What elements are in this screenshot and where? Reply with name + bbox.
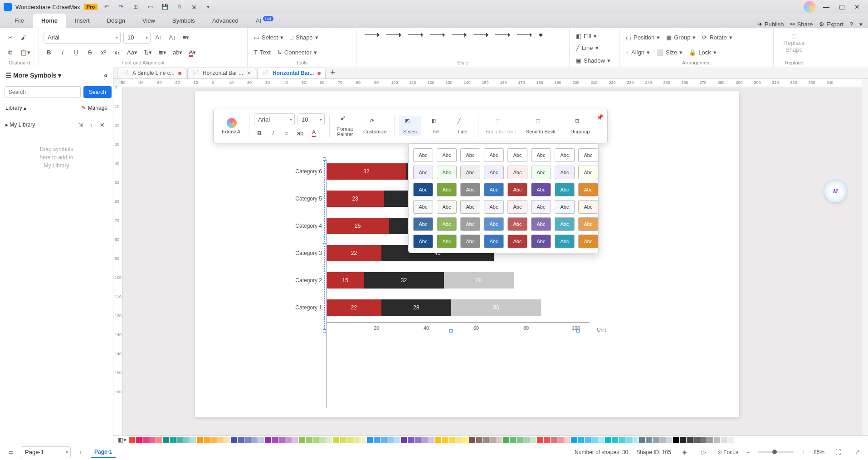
color-swatch[interactable] <box>585 437 591 443</box>
style-swatch[interactable]: Abc <box>484 183 504 196</box>
tab-ai[interactable]: AIhot <box>248 14 282 28</box>
color-swatch[interactable] <box>421 437 428 443</box>
tab-insert[interactable]: Insert <box>67 14 98 28</box>
color-swatch[interactable] <box>483 437 489 443</box>
menu-dropdown-button[interactable]: ▾ <box>859 21 863 28</box>
color-swatch[interactable] <box>387 437 394 443</box>
export-button[interactable]: ⚙ Export <box>819 21 844 28</box>
style-swatch[interactable]: Abc <box>507 148 527 162</box>
float-ungroup-button[interactable]: ⊞Ungroup <box>568 116 592 136</box>
color-swatch[interactable] <box>224 437 230 443</box>
symbol-search-input[interactable] <box>5 86 81 98</box>
style-swatch[interactable]: Abc <box>484 166 504 179</box>
color-swatch[interactable] <box>374 437 380 443</box>
minimize-button[interactable]: — <box>819 3 834 10</box>
color-swatch[interactable] <box>578 437 584 443</box>
color-swatch[interactable] <box>489 437 496 443</box>
float-highlight-button[interactable]: ab <box>295 127 306 139</box>
font-size-combo[interactable]: 10 <box>123 32 151 44</box>
color-swatch[interactable] <box>346 437 353 443</box>
font-grow-button[interactable]: A↑ <box>153 32 164 44</box>
color-swatch[interactable] <box>231 437 237 443</box>
font-shrink-button[interactable]: A↓ <box>167 32 178 44</box>
color-swatch[interactable] <box>360 437 366 443</box>
style-swatch[interactable]: Abc <box>437 183 457 196</box>
style-swatch[interactable]: Abc <box>413 183 433 196</box>
page-list-button[interactable]: ▭ <box>5 446 16 458</box>
color-swatch[interactable] <box>653 437 659 443</box>
color-swatch[interactable] <box>557 437 564 443</box>
paste-button[interactable]: 📋▾ <box>18 47 32 59</box>
play-button[interactable]: ▷ <box>698 446 709 458</box>
align-button[interactable]: ≡▾ <box>180 32 191 44</box>
color-swatch[interactable] <box>353 437 360 443</box>
color-swatch[interactable] <box>394 437 400 443</box>
style-swatch[interactable]: Abc <box>484 148 504 162</box>
style-swatch[interactable]: Abc <box>531 217 551 231</box>
line-button[interactable]: ╱ Line ▾ <box>574 42 600 54</box>
color-swatch[interactable] <box>714 437 720 443</box>
new-button[interactable]: ⊞ <box>130 1 141 12</box>
color-swatch[interactable] <box>278 437 285 443</box>
color-swatch[interactable] <box>625 437 632 443</box>
tab-file[interactable]: File <box>6 14 32 28</box>
tab-design[interactable]: Design <box>99 14 133 28</box>
color-swatch[interactable] <box>285 437 292 443</box>
color-swatch[interactable] <box>598 437 605 443</box>
style-swatch[interactable]: Abc <box>460 166 480 179</box>
ai-assistant-bubble[interactable]: M <box>824 181 846 202</box>
float-customize-button[interactable]: ⟳Customize <box>361 116 390 136</box>
color-swatch[interactable] <box>564 437 571 443</box>
color-swatch[interactable] <box>170 437 176 443</box>
superscript-button[interactable]: x² <box>98 47 109 59</box>
tab-home[interactable]: Home <box>33 14 66 28</box>
doc-tab-2[interactable]: 📄 Horizontal Bar... <box>257 68 326 78</box>
color-swatch[interactable] <box>462 437 468 443</box>
style-swatch[interactable]: Abc <box>484 200 504 214</box>
highlight-button[interactable]: ab▾ <box>171 47 184 59</box>
float-color-button[interactable]: A <box>308 127 319 139</box>
style-swatch[interactable]: Abc <box>578 217 598 231</box>
style-swatch[interactable]: Abc <box>507 217 527 231</box>
italic-button[interactable]: I <box>57 47 68 59</box>
style-swatch[interactable]: Abc <box>460 200 480 214</box>
style-swatch[interactable]: Abc <box>578 148 598 162</box>
color-swatch[interactable] <box>251 437 258 443</box>
connector-button[interactable]: ↳ Connector ▾ <box>275 47 319 59</box>
color-swatch[interactable] <box>496 437 502 443</box>
style-swatch[interactable]: Abc <box>555 200 575 214</box>
color-swatch[interactable] <box>176 437 183 443</box>
page-select[interactable]: Page-1 <box>21 446 71 458</box>
style-swatch[interactable]: Abc <box>507 200 527 214</box>
color-swatch[interactable] <box>156 437 162 443</box>
shape-button[interactable]: □ Shape ▾ <box>288 32 320 44</box>
color-swatch[interactable] <box>258 437 264 443</box>
color-swatch[interactable] <box>435 437 441 443</box>
style-swatch[interactable]: Abc <box>460 235 480 248</box>
color-swatch[interactable] <box>476 437 482 443</box>
bold-button[interactable]: B <box>44 47 54 59</box>
color-swatch[interactable] <box>380 437 387 443</box>
undo-button[interactable]: ↶ <box>101 1 112 12</box>
mylib-close-button[interactable]: ✕ <box>97 119 107 131</box>
color-swatch[interactable] <box>149 437 156 443</box>
color-swatch[interactable] <box>312 437 319 443</box>
style-swatch[interactable]: Abc <box>484 217 504 231</box>
bullets-button[interactable]: ≣▾ <box>156 47 168 59</box>
style-swatch[interactable]: Abc <box>437 148 457 162</box>
color-swatch[interactable] <box>666 437 673 443</box>
float-font-combo[interactable]: Arial <box>254 113 295 125</box>
print-button[interactable]: ⎙ <box>174 1 185 12</box>
color-swatch[interactable] <box>551 437 557 443</box>
color-swatch[interactable] <box>646 437 652 443</box>
color-swatch[interactable] <box>129 437 135 443</box>
size-button[interactable]: ⬜ Size ▾ <box>654 47 684 59</box>
arrow-gallery[interactable]: ▾ <box>361 30 565 40</box>
zoom-out-button[interactable]: − <box>746 449 750 455</box>
case-button[interactable]: Aa▾ <box>125 47 139 59</box>
fullscreen-button[interactable]: ⤢ <box>852 446 863 458</box>
color-swatch[interactable] <box>340 437 346 443</box>
float-send-back-button[interactable]: ⬚Send to Back <box>523 116 558 136</box>
style-swatch[interactable]: Abc <box>460 183 480 196</box>
style-swatch[interactable]: Abc <box>531 148 551 162</box>
